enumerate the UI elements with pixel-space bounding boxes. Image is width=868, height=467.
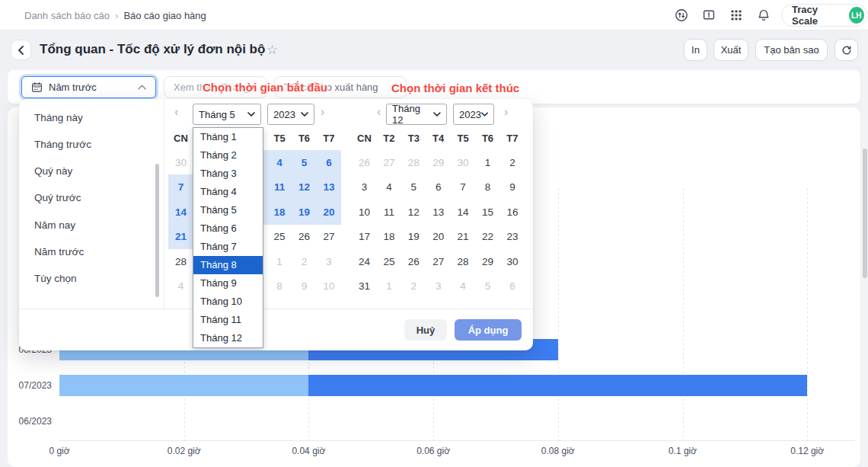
- day-cell[interactable]: 6: [316, 150, 341, 175]
- day-cell[interactable]: 25: [376, 249, 401, 274]
- day-cell[interactable]: 20: [316, 200, 341, 225]
- day-cell[interactable]: 4: [451, 273, 476, 299]
- day-cell[interactable]: 1: [267, 249, 292, 274]
- day-cell[interactable]: 30: [499, 249, 525, 274]
- day-cell[interactable]: 26: [401, 249, 426, 274]
- date-range-select[interactable]: Năm trước: [21, 76, 156, 98]
- day-cell[interactable]: 12: [292, 174, 317, 200]
- day-cell[interactable]: 6: [426, 174, 451, 200]
- notifications-icon[interactable]: [757, 8, 771, 22]
- quick-range-option[interactable]: Tháng trước: [19, 134, 155, 155]
- day-cell[interactable]: 30: [451, 150, 476, 175]
- day-cell[interactable]: 20: [426, 224, 451, 249]
- day-cell[interactable]: 4: [376, 174, 401, 200]
- day-cell[interactable]: 31: [352, 273, 377, 299]
- left-month-select[interactable]: Tháng 5: [193, 104, 261, 125]
- quick-range-option[interactable]: Năm nay: [19, 215, 155, 236]
- day-cell[interactable]: 21: [168, 224, 193, 249]
- quick-range-option[interactable]: Quý này: [19, 161, 155, 182]
- quick-range-option[interactable]: Năm trước: [19, 241, 155, 263]
- day-cell[interactable]: 16: [499, 200, 525, 225]
- quick-range-option[interactable]: 30 ngày trước: [19, 99, 155, 104]
- day-cell[interactable]: 27: [316, 224, 341, 249]
- day-cell[interactable]: 12: [401, 200, 426, 225]
- day-cell[interactable]: 18: [376, 224, 401, 249]
- day-cell[interactable]: 13: [316, 174, 341, 200]
- day-cell[interactable]: 29: [475, 249, 500, 274]
- history-icon[interactable]: [675, 8, 688, 22]
- cancel-button[interactable]: Huỷ: [404, 319, 447, 341]
- left-year-select[interactable]: 2023: [267, 104, 314, 125]
- quick-list-scrollbar[interactable]: [155, 164, 159, 297]
- day-cell[interactable]: 19: [292, 200, 317, 225]
- day-cell[interactable]: 22: [475, 224, 500, 249]
- day-cell[interactable]: 27: [426, 249, 451, 274]
- day-cell[interactable]: 14: [168, 200, 193, 225]
- feedback-icon[interactable]: [702, 8, 716, 22]
- month-option[interactable]: Tháng 9: [193, 274, 263, 293]
- right-month-select[interactable]: Tháng 12: [386, 104, 447, 125]
- day-cell[interactable]: 1: [475, 150, 500, 175]
- month-option[interactable]: Tháng 8: [193, 256, 263, 274]
- day-cell[interactable]: 29: [426, 150, 451, 175]
- day-cell[interactable]: 7: [168, 174, 193, 200]
- right-cal-next-icon[interactable]: ›: [504, 105, 508, 119]
- day-cell[interactable]: 9: [499, 174, 525, 200]
- day-cell[interactable]: 19: [401, 224, 426, 249]
- day-cell[interactable]: 26: [292, 224, 317, 249]
- day-cell[interactable]: 21: [451, 224, 476, 249]
- day-cell[interactable]: 5: [401, 174, 426, 200]
- day-cell[interactable]: 2: [499, 150, 525, 175]
- refresh-button[interactable]: [834, 39, 858, 61]
- day-cell[interactable]: 15: [475, 200, 500, 225]
- day-cell[interactable]: 26: [352, 150, 377, 175]
- day-cell[interactable]: 1: [376, 273, 401, 299]
- day-cell[interactable]: 2: [401, 273, 426, 299]
- day-cell[interactable]: 10: [316, 273, 341, 299]
- day-cell[interactable]: 3: [316, 249, 341, 274]
- day-cell[interactable]: 2: [292, 249, 317, 274]
- day-cell[interactable]: 5: [475, 273, 500, 299]
- month-option[interactable]: Tháng 6: [193, 219, 263, 238]
- breadcrumb-item[interactable]: Danh sách báo cáo: [24, 10, 110, 21]
- day-cell[interactable]: 28: [168, 249, 193, 274]
- day-cell[interactable]: 14: [451, 200, 476, 225]
- day-cell[interactable]: 3: [426, 273, 451, 299]
- day-cell[interactable]: 8: [475, 174, 500, 200]
- day-cell[interactable]: 11: [267, 174, 292, 200]
- back-button[interactable]: [11, 40, 31, 60]
- month-option[interactable]: Tháng 11: [193, 311, 263, 329]
- month-option[interactable]: Tháng 7: [193, 238, 263, 256]
- day-cell[interactable]: 4: [267, 150, 292, 175]
- day-cell[interactable]: 4: [168, 273, 193, 299]
- quick-range-option[interactable]: Tùy chọn: [19, 268, 155, 289]
- page-scrollbar-thumb[interactable]: [863, 149, 867, 278]
- day-cell[interactable]: 8: [267, 273, 292, 299]
- day-cell[interactable]: 6: [499, 273, 525, 299]
- left-cal-next-icon[interactable]: ›: [321, 105, 324, 119]
- apps-icon[interactable]: [729, 8, 743, 22]
- favorite-star-icon[interactable]: ☆: [266, 42, 278, 58]
- day-cell[interactable]: 10: [352, 200, 377, 225]
- month-option[interactable]: Tháng 3: [193, 165, 263, 183]
- day-cell[interactable]: 17: [352, 224, 377, 249]
- month-option[interactable]: Tháng 12: [193, 329, 263, 347]
- print-button[interactable]: In: [684, 39, 707, 61]
- day-cell[interactable]: 23: [499, 224, 525, 249]
- month-option[interactable]: Tháng 5: [193, 201, 263, 219]
- month-option[interactable]: Tháng 1: [193, 128, 263, 146]
- right-year-select[interactable]: 2023: [453, 104, 494, 125]
- user-menu[interactable]: Tracy Scale LH: [781, 4, 868, 27]
- left-cal-prev-icon[interactable]: ‹: [174, 105, 178, 119]
- apply-button[interactable]: Áp dụng: [455, 319, 522, 341]
- day-cell[interactable]: 13: [426, 200, 451, 225]
- day-cell[interactable]: 27: [376, 150, 401, 175]
- right-cal-prev-icon[interactable]: ‹: [377, 105, 381, 119]
- day-cell[interactable]: 24: [352, 249, 377, 274]
- day-cell[interactable]: 3: [352, 174, 377, 200]
- day-cell[interactable]: 9: [292, 273, 317, 299]
- day-cell[interactable]: 11: [376, 200, 401, 225]
- day-cell[interactable]: 25: [267, 224, 292, 249]
- day-cell[interactable]: 18: [267, 200, 292, 225]
- day-cell[interactable]: 5: [292, 150, 317, 175]
